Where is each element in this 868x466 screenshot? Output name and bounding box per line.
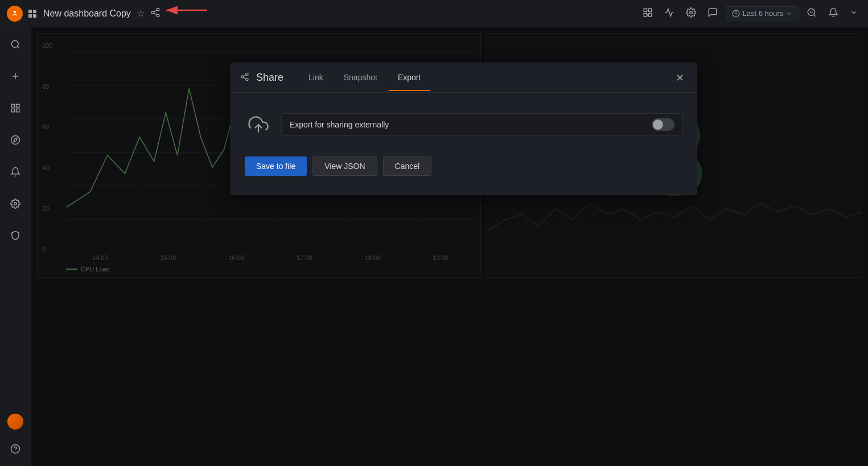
svg-point-0 bbox=[10, 9, 19, 18]
export-sharing-row: Export for sharing externally bbox=[245, 111, 683, 138]
share-button[interactable] bbox=[150, 7, 161, 20]
main-layout: 100 80 60 40 20 0 bbox=[0, 27, 868, 466]
dashboard-grid-icon bbox=[28, 10, 38, 18]
modal-action-buttons: Save to file View JSON Cancel bbox=[245, 156, 683, 176]
sidebar-shield[interactable] bbox=[5, 225, 26, 246]
header: New dashboard Copy ☆ bbox=[0, 0, 868, 27]
chevron-down-icon[interactable] bbox=[846, 6, 861, 21]
modal-close-button[interactable]: ✕ bbox=[672, 70, 688, 86]
time-range-label: Last 6 hours bbox=[742, 9, 783, 18]
header-left: New dashboard Copy ☆ bbox=[7, 6, 639, 22]
svg-point-1 bbox=[14, 11, 16, 13]
sidebar-create[interactable] bbox=[5, 66, 26, 86]
svg-rect-11 bbox=[649, 13, 652, 16]
svg-line-50 bbox=[244, 75, 246, 76]
add-panel-button[interactable] bbox=[639, 5, 656, 22]
share-modal: Share Link Snapshot Export ✕ bbox=[231, 63, 697, 195]
save-to-file-button[interactable]: Save to file bbox=[245, 156, 307, 176]
time-range-picker[interactable]: Last 6 hours bbox=[726, 6, 799, 20]
dashboard-title: New dashboard Copy bbox=[43, 9, 131, 19]
sidebar-help[interactable] bbox=[5, 439, 26, 459]
export-label-box: Export for sharing externally bbox=[281, 113, 683, 136]
svg-rect-27 bbox=[11, 109, 14, 112]
sidebar-configuration[interactable] bbox=[5, 193, 26, 214]
svg-point-15 bbox=[690, 11, 693, 14]
svg-line-49 bbox=[244, 77, 246, 79]
svg-point-47 bbox=[241, 76, 244, 78]
svg-point-28 bbox=[11, 136, 20, 145]
modal-content: Export for sharing externally Save to fi… bbox=[231, 93, 697, 194]
user-avatar[interactable] bbox=[7, 414, 23, 430]
svg-point-20 bbox=[11, 40, 18, 47]
sidebar-bottom bbox=[5, 414, 26, 459]
sidebar-explore[interactable] bbox=[5, 130, 26, 150]
svg-point-3 bbox=[151, 11, 154, 14]
svg-line-21 bbox=[17, 46, 19, 48]
export-toggle[interactable] bbox=[652, 118, 674, 131]
dashboard-content: 100 80 60 40 20 0 bbox=[31, 27, 868, 466]
view-json-button[interactable]: View JSON bbox=[312, 156, 377, 176]
svg-marker-29 bbox=[14, 138, 17, 142]
sidebar-alerting[interactable] bbox=[5, 162, 26, 182]
star-icon[interactable]: ☆ bbox=[137, 8, 145, 19]
cancel-button[interactable]: Cancel bbox=[383, 156, 432, 176]
toggle-knob bbox=[653, 119, 663, 130]
svg-rect-24 bbox=[11, 104, 14, 107]
tab-export[interactable]: Export bbox=[389, 65, 430, 91]
svg-rect-12 bbox=[644, 13, 647, 16]
modal-title: Share bbox=[256, 72, 283, 84]
modal-overlay[interactable]: Share Link Snapshot Export ✕ bbox=[31, 27, 868, 466]
svg-point-46 bbox=[246, 73, 248, 75]
zoom-icon[interactable] bbox=[803, 5, 820, 22]
grafana-logo[interactable] bbox=[7, 6, 23, 22]
sidebar-search[interactable] bbox=[5, 34, 26, 55]
header-right: Last 6 hours bbox=[639, 5, 861, 22]
tab-link[interactable]: Link bbox=[299, 65, 332, 91]
modal-tabs: Share Link Snapshot Export ✕ bbox=[231, 63, 697, 93]
sidebar bbox=[0, 27, 31, 466]
graph-icon[interactable] bbox=[661, 5, 678, 22]
upload-icon bbox=[245, 111, 272, 138]
export-label-text: Export for sharing externally bbox=[290, 120, 389, 129]
notification-icon[interactable] bbox=[825, 5, 842, 22]
svg-rect-26 bbox=[17, 109, 19, 112]
svg-point-30 bbox=[14, 203, 17, 205]
sidebar-dashboards[interactable] bbox=[5, 98, 26, 118]
svg-point-48 bbox=[246, 78, 248, 80]
red-arrow bbox=[156, 2, 213, 19]
share-tab-icon bbox=[240, 72, 249, 84]
settings-icon[interactable] bbox=[682, 5, 700, 22]
svg-rect-10 bbox=[649, 9, 652, 11]
comment-icon[interactable] bbox=[704, 5, 721, 22]
svg-rect-25 bbox=[17, 104, 19, 107]
svg-rect-9 bbox=[644, 9, 647, 11]
tab-snapshot[interactable]: Snapshot bbox=[335, 65, 386, 91]
svg-line-18 bbox=[813, 14, 815, 16]
